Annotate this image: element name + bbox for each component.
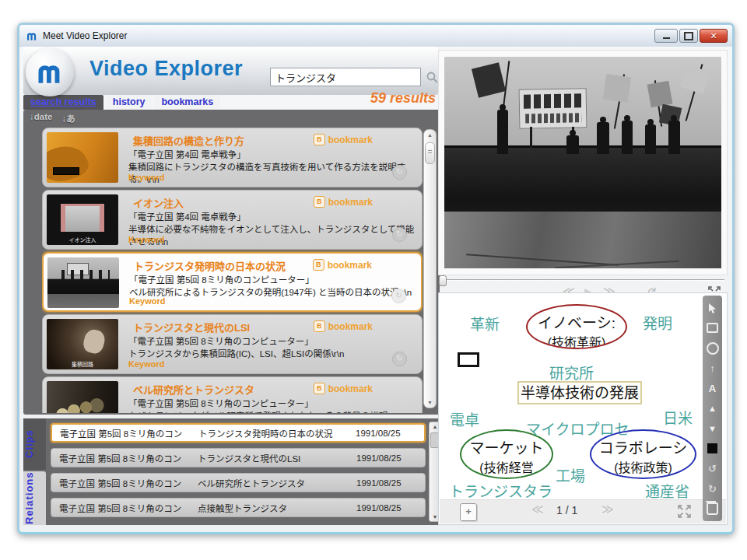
seek-bar[interactable] bbox=[438, 275, 726, 285]
map-term[interactable]: 電卓 bbox=[450, 408, 479, 429]
ellipse-tool-button[interactable] bbox=[705, 341, 721, 356]
map-term[interactable]: 革新 bbox=[470, 313, 500, 334]
delete-button[interactable] bbox=[705, 501, 721, 516]
map-term[interactable]: 通産省 bbox=[645, 480, 689, 501]
video-display bbox=[444, 57, 721, 268]
bookmark-button[interactable]: B bookmark bbox=[313, 259, 372, 271]
bookmark-button[interactable]: B bookmark bbox=[314, 320, 373, 332]
map-page-indicator: 1 / 1 bbox=[556, 504, 577, 516]
map-ellipse-node[interactable]: コラボレーシ(技術政策) bbox=[590, 429, 696, 479]
map-prev-page-button[interactable]: ≪ bbox=[531, 502, 544, 516]
minimize-button[interactable] bbox=[654, 29, 678, 43]
raise-button[interactable]: ▲ bbox=[705, 401, 721, 416]
map-term[interactable]: トランジスタラ bbox=[449, 480, 552, 501]
results-scrollbar[interactable]: ▲ ▼ bbox=[423, 129, 437, 408]
result-source: 「電子立国 第4回 電卓戦争」 bbox=[128, 212, 418, 224]
clip-row[interactable]: 電子立国 第5回 8ミリ角のコン トランジスタ発明時の日本の状況 1991/08… bbox=[51, 423, 426, 443]
map-rect-node[interactable] bbox=[458, 352, 479, 367]
minimize-icon bbox=[663, 37, 670, 39]
bookmark-b-icon: B bbox=[314, 383, 325, 394]
clip-row[interactable]: 電子立国 第5回 8ミリ角のコン 点接触型トランジスタ 1991/08/25 bbox=[51, 498, 426, 517]
lower-button[interactable]: ▼ bbox=[705, 421, 721, 436]
search-result-card[interactable]: ベル研究所とトランジスタ B bookmark 「電子立国 第5回 8ミリ角のコ… bbox=[42, 376, 423, 413]
card-action-button[interactable]: ↻ bbox=[392, 227, 407, 242]
close-button[interactable]: ✕ bbox=[700, 29, 728, 43]
cursor-icon bbox=[707, 303, 717, 314]
map-term[interactable]: 工場 bbox=[556, 464, 585, 485]
result-title: 集積回路の構造と作り方 bbox=[133, 133, 418, 148]
keyword-label: Keyword bbox=[128, 359, 164, 369]
sort-by-date-button[interactable]: ↓date bbox=[30, 112, 52, 128]
seek-track[interactable] bbox=[440, 279, 724, 280]
scroll-up-icon[interactable]: ▲ bbox=[424, 132, 436, 138]
bookmark-button[interactable]: B bookmark bbox=[314, 383, 373, 394]
bookmark-label: bookmark bbox=[328, 260, 372, 271]
titlebar[interactable]: Meet Video Explorer ✕ bbox=[19, 25, 732, 47]
bookmark-button[interactable]: B bookmark bbox=[314, 134, 373, 145]
search-input[interactable] bbox=[270, 68, 421, 86]
result-description: 集積回路にトランジスタの構造を写真技術を用いて作る方法を説明する。\r\n bbox=[128, 162, 418, 183]
results-list: 集積回路の構造と作り方 B bookmark 「電子立国 第4回 電卓戦争」 集… bbox=[42, 128, 423, 413]
result-description: ベル研究所によるトランジスタの発明(1947年) と当時の日本の状況\r\n bbox=[129, 287, 417, 299]
bookmark-label: bookmark bbox=[328, 135, 373, 145]
scrollbar-thumb[interactable] bbox=[425, 142, 435, 164]
redo-button[interactable]: ↻ bbox=[705, 481, 721, 496]
clip-title: ベル研究所とトランジスタ bbox=[198, 477, 356, 489]
clip-row[interactable]: 電子立国 第5回 8ミリ角のコン ベル研究所とトランジスタ 1991/08/25 bbox=[51, 473, 426, 492]
tab-relations[interactable]: Relations bbox=[23, 471, 46, 525]
bookmark-label: bookmark bbox=[328, 197, 373, 208]
map-canvas[interactable]: 革新発明研究所電卓マイクロプロセ日米工場トランジスタラ通産省イノベーシ:(技術革… bbox=[439, 293, 727, 524]
arrow-tool-button[interactable]: ↑ bbox=[705, 360, 721, 376]
undo-button[interactable]: ↺ bbox=[705, 460, 721, 476]
map-ellipse-node[interactable]: マーケット(技術経営 bbox=[460, 429, 553, 479]
card-action-button[interactable]: ↻ bbox=[392, 165, 407, 180]
clip-title: トランジスタと現代のLSI bbox=[198, 452, 356, 464]
result-thumbnail bbox=[47, 257, 119, 308]
map-ellipse-node[interactable]: イノベーシ:(技術革新) bbox=[526, 304, 627, 349]
search-result-card[interactable]: トランジスタ発明時の日本の状況 B bookmark 「電子立国 第5回 8ミリ… bbox=[42, 252, 423, 312]
search-icon[interactable] bbox=[426, 71, 439, 84]
search-result-card[interactable]: 集積回路 トランジスタと現代のLSI B bookmark 「電子立国 第5回 … bbox=[42, 314, 423, 374]
scroll-down-icon[interactable]: ▼ bbox=[424, 400, 436, 405]
color-swatch-button[interactable] bbox=[705, 441, 721, 457]
main-tabs: search results history bookmarks bbox=[23, 95, 220, 110]
result-thumbnail: 集積回路 bbox=[47, 319, 118, 369]
map-fullscreen-button[interactable] bbox=[677, 504, 692, 519]
result-description: トランジスタから集積回路(IC)、LSI、超LSIの関係\r\n bbox=[128, 348, 418, 361]
map-term[interactable]: 日米 bbox=[663, 407, 693, 428]
text-tool-button[interactable]: A bbox=[705, 380, 721, 396]
map-box-node[interactable]: 半導体技術の発展 bbox=[517, 381, 642, 404]
search-result-card[interactable]: イオン注入 イオン注入 B bookmark 「電子立国 第4回 電卓戦争」 半… bbox=[42, 190, 423, 250]
map-bottom-bar: + ≪ 1 / 1 ≫ bbox=[440, 499, 726, 523]
tab-clips[interactable]: Clips bbox=[23, 418, 46, 470]
map-toolbar: ↑ A ▲ ▼ ↺ ↻ bbox=[703, 296, 722, 521]
map-next-page-button[interactable]: ≫ bbox=[601, 502, 614, 516]
video-banner bbox=[519, 88, 587, 128]
bookmark-button[interactable]: B bookmark bbox=[314, 196, 373, 208]
logo-m-icon bbox=[35, 60, 65, 85]
tab-history[interactable]: history bbox=[106, 95, 153, 110]
map-term[interactable]: 研究所 bbox=[549, 362, 594, 383]
triangle-up-icon: ▲ bbox=[708, 404, 717, 413]
cursor-tool-button[interactable] bbox=[705, 300, 721, 316]
clip-program: 電子立国 第5回 8ミリ角のコン bbox=[51, 477, 198, 489]
thumbnail-caption: 集積回路 bbox=[47, 360, 118, 368]
tab-bookmarks[interactable]: bookmarks bbox=[154, 95, 220, 110]
clip-title: 点接触型トランジスタ bbox=[198, 502, 356, 514]
sort-by-kana-button[interactable]: ↓あ bbox=[61, 112, 75, 128]
card-action-button[interactable]: ↻ bbox=[391, 289, 406, 303]
triangle-down-icon: ▼ bbox=[708, 424, 717, 433]
card-action-button[interactable]: ↻ bbox=[392, 352, 407, 366]
rectangle-icon bbox=[707, 323, 718, 333]
bookmark-b-icon: B bbox=[313, 259, 324, 271]
add-page-button[interactable]: + bbox=[460, 503, 477, 521]
map-term[interactable]: 発明 bbox=[643, 312, 672, 333]
bookmark-b-icon: B bbox=[314, 134, 325, 145]
maximize-button[interactable] bbox=[679, 29, 698, 43]
search-result-card[interactable]: 集積回路の構造と作り方 B bookmark 「電子立国 第4回 電卓戦争」 集… bbox=[42, 128, 423, 187]
redo-icon: ↻ bbox=[708, 483, 717, 495]
result-title: トランジスタと現代のLSI bbox=[133, 320, 418, 334]
tab-search-results[interactable]: search results bbox=[23, 95, 103, 110]
rectangle-tool-button[interactable] bbox=[705, 320, 721, 336]
clip-row[interactable]: 電子立国 第5回 8ミリ角のコン トランジスタと現代のLSI 1991/08/2… bbox=[51, 448, 426, 467]
